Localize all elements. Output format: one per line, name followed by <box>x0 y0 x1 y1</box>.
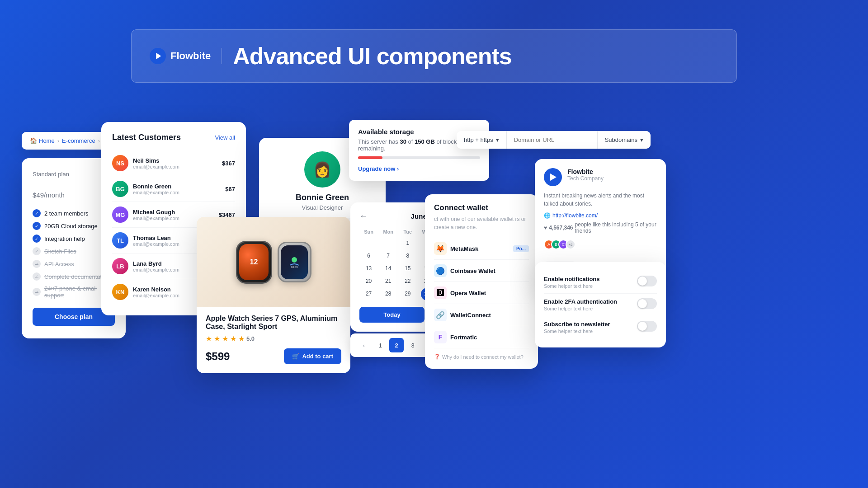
breadcrumb-home[interactable]: 🏠 Home <box>30 137 55 144</box>
star-5: ★ <box>238 334 245 343</box>
wallet-item[interactable]: 🔗 WalletConnect <box>434 304 529 326</box>
cal-day[interactable]: 22 <box>398 275 417 287</box>
header-banner: Flowbite Advanced UI components <box>131 29 737 83</box>
cal-day[interactable]: 20 <box>359 275 378 287</box>
wallet-name: Opera Wallet <box>450 290 486 296</box>
wallet-item[interactable]: F Fortmatic <box>434 326 529 348</box>
breadcrumb-ecommerce[interactable]: E-commerce <box>62 137 95 144</box>
wallet-item[interactable]: 🦊 MetaMask Po... <box>434 238 529 260</box>
breadcrumb-home-label[interactable]: Home <box>39 137 55 144</box>
upgrade-link[interactable]: Upgrade now › <box>358 165 399 172</box>
wallet-name: Coinbase Wallet <box>450 267 495 274</box>
cal-day[interactable]: 6 <box>359 250 378 262</box>
toggle-switch-notifications[interactable] <box>637 276 657 286</box>
customer-avatar: TL <box>112 232 128 249</box>
check-icon-disabled: ✓ <box>33 272 41 281</box>
coinbase-icon: 🔵 <box>434 264 447 277</box>
cal-day[interactable]: 29 <box>398 288 417 300</box>
globe-icon: 🌐 <box>544 212 551 219</box>
subdomains-select[interactable]: Subdomains ▾ <box>597 131 651 149</box>
breadcrumb-sep1: › <box>57 137 59 144</box>
toggle-label: Enable 2FA authentication <box>544 298 617 305</box>
star-3: ★ <box>222 334 228 343</box>
social-type: Tech Company <box>567 175 604 182</box>
cal-day[interactable]: 13 <box>359 263 378 274</box>
product-price: $599 <box>206 350 230 363</box>
add-to-cart-button[interactable]: 🛒 Add to cart <box>284 348 341 364</box>
cal-day[interactable]: 21 <box>379 275 397 287</box>
customer-email: email@example.com <box>133 216 179 221</box>
chevron-down-icon: ▾ <box>496 136 499 143</box>
watch-screen-2: 10:09 <box>281 245 308 279</box>
customer-row: NS Neil Sims email@example.com $367 <box>112 150 235 176</box>
star-2: ★ <box>214 334 220 343</box>
view-all-link[interactable]: View all <box>215 134 235 141</box>
watch-screen-1: 12 <box>239 244 269 280</box>
customer-name: Thomas Lean <box>133 235 179 241</box>
customer-email: email@example.com <box>133 190 179 195</box>
header-title: Advanced UI components <box>233 42 512 70</box>
popular-badge: Po... <box>513 245 529 252</box>
wallet-name: MetaMask <box>450 245 478 252</box>
breadcrumb-sep2: › <box>98 137 100 144</box>
cal-day[interactable]: 14 <box>379 263 397 274</box>
fortmatic-icon: F <box>434 331 447 343</box>
domain-url-input[interactable] <box>507 131 597 149</box>
protocol-select[interactable]: http + https ▾ <box>457 131 507 149</box>
check-icon-disabled: ✓ <box>33 260 41 268</box>
day-header-mon: Mon <box>379 227 397 236</box>
cal-day[interactable]: 7 <box>379 250 397 262</box>
calendar-prev-button[interactable]: ← <box>359 211 368 221</box>
customer-info: LB Lana Byrd email@example.com <box>112 258 179 274</box>
cart-icon: 🛒 <box>292 353 299 360</box>
walletconnect-icon: 🔗 <box>434 309 447 321</box>
check-icon: ✓ <box>33 222 41 230</box>
toggle-helper: Some helper text here <box>544 328 610 334</box>
pagination-prev[interactable]: ‹ <box>357 338 371 352</box>
star-1: ★ <box>206 334 212 343</box>
cal-day <box>359 237 378 249</box>
social-friend-avatars: A B C +2 <box>544 239 576 249</box>
wallet-item[interactable]: 🔵 Coinbase Wallet <box>434 260 529 282</box>
question-icon: ❓ <box>434 354 440 360</box>
social-likes: ♥ 4,567,346 people like this including 5… <box>544 221 657 234</box>
storage-bar <box>358 156 480 159</box>
toggle-item-2fa: Enable 2FA authentication Some helper te… <box>544 294 657 316</box>
page-1-button[interactable]: 1 <box>373 338 387 352</box>
toggle-item-notifications: Enable notifications Some helper text he… <box>544 271 657 294</box>
profile-avatar: 👩 <box>304 151 340 188</box>
cal-day[interactable]: 8 <box>398 250 417 262</box>
wallet-name: Fortmatic <box>450 334 477 341</box>
page-3-button[interactable]: 3 <box>406 338 420 352</box>
connect-wallet-card: Connect wallet ct with one of our availa… <box>425 194 538 369</box>
customers-header: Latest Customers View all <box>112 133 235 142</box>
customer-amount: $67 <box>225 186 235 192</box>
cal-day[interactable]: 28 <box>379 288 397 300</box>
toggle-knob <box>638 299 647 308</box>
check-icon: ✓ <box>33 209 41 217</box>
customer-row: BG Bonnie Green email@example.com $67 <box>112 176 235 202</box>
cal-day <box>379 237 397 249</box>
logo-text: Flowbite <box>170 50 211 62</box>
cal-day[interactable]: 27 <box>359 288 378 300</box>
star-4: ★ <box>230 334 236 343</box>
product-info: Apple Watch Series 7 GPS, Aluminium Case… <box>197 307 350 364</box>
customer-info: KN Karen Nelson email@example.com <box>112 284 179 300</box>
friend-avatar-count: +2 <box>566 239 576 249</box>
customer-info: MG Micheal Gough email@example.com <box>112 206 179 223</box>
rating-number: 5.0 <box>246 335 255 342</box>
wallet-item[interactable]: 🅾 Opera Wallet <box>434 282 529 304</box>
cal-day[interactable]: 15 <box>398 263 417 274</box>
page-2-button[interactable]: 2 <box>389 338 404 352</box>
wallet-title: Connect wallet <box>434 203 529 212</box>
cal-day[interactable]: 1 <box>398 237 417 249</box>
svg-marker-3 <box>550 174 557 181</box>
watch-display: 12 10:09 <box>236 241 311 284</box>
toggle-switch-2fa[interactable] <box>637 298 657 309</box>
product-image: 12 10:09 <box>197 217 350 307</box>
today-button[interactable]: Today <box>359 307 425 323</box>
check-icon-disabled: ✓ <box>33 247 41 255</box>
social-link[interactable]: 🌐 http://flowbite.com/ <box>544 212 657 219</box>
toggle-switch-newsletter[interactable] <box>637 321 657 332</box>
wallet-footer[interactable]: ❓ Why do I need to connect my wallet? <box>434 354 529 360</box>
